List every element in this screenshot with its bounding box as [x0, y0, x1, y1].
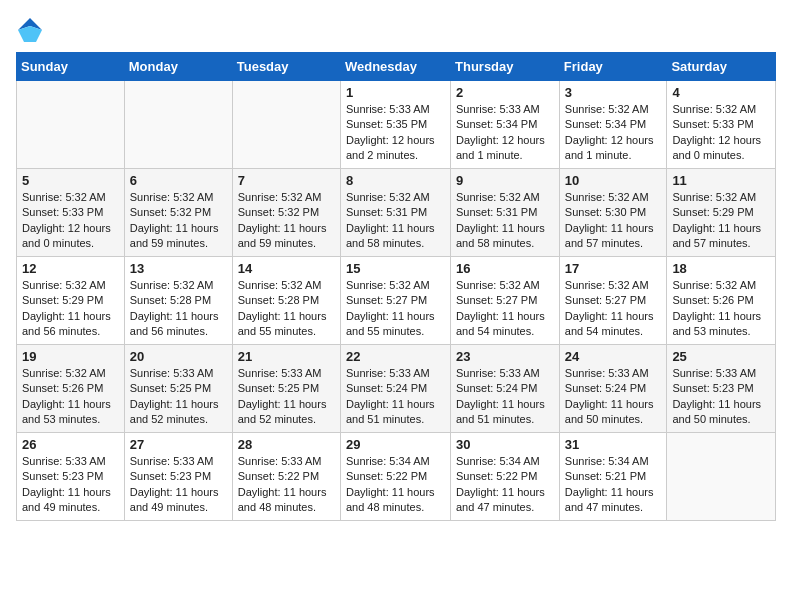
day-number: 16: [456, 261, 554, 276]
calendar-cell: 14Sunrise: 5:32 AM Sunset: 5:28 PM Dayli…: [232, 257, 340, 345]
day-number: 11: [672, 173, 770, 188]
calendar-cell: [667, 433, 776, 521]
calendar-cell: 13Sunrise: 5:32 AM Sunset: 5:28 PM Dayli…: [124, 257, 232, 345]
calendar-cell: 15Sunrise: 5:32 AM Sunset: 5:27 PM Dayli…: [340, 257, 450, 345]
day-info: Sunrise: 5:33 AM Sunset: 5:25 PM Dayligh…: [130, 366, 227, 428]
calendar-cell: 12Sunrise: 5:32 AM Sunset: 5:29 PM Dayli…: [17, 257, 125, 345]
calendar-cell: 25Sunrise: 5:33 AM Sunset: 5:23 PM Dayli…: [667, 345, 776, 433]
calendar-cell: 29Sunrise: 5:34 AM Sunset: 5:22 PM Dayli…: [340, 433, 450, 521]
day-number: 21: [238, 349, 335, 364]
day-info: Sunrise: 5:32 AM Sunset: 5:33 PM Dayligh…: [22, 190, 119, 252]
day-info: Sunrise: 5:32 AM Sunset: 5:28 PM Dayligh…: [238, 278, 335, 340]
calendar-cell: [17, 81, 125, 169]
day-number: 2: [456, 85, 554, 100]
day-number: 7: [238, 173, 335, 188]
weekday-header: Sunday: [17, 53, 125, 81]
day-number: 8: [346, 173, 445, 188]
calendar-cell: 6Sunrise: 5:32 AM Sunset: 5:32 PM Daylig…: [124, 169, 232, 257]
day-info: Sunrise: 5:32 AM Sunset: 5:31 PM Dayligh…: [456, 190, 554, 252]
calendar-cell: 16Sunrise: 5:32 AM Sunset: 5:27 PM Dayli…: [451, 257, 560, 345]
day-info: Sunrise: 5:32 AM Sunset: 5:28 PM Dayligh…: [130, 278, 227, 340]
calendar-cell: 26Sunrise: 5:33 AM Sunset: 5:23 PM Dayli…: [17, 433, 125, 521]
day-number: 31: [565, 437, 662, 452]
day-number: 27: [130, 437, 227, 452]
day-number: 12: [22, 261, 119, 276]
day-number: 6: [130, 173, 227, 188]
day-info: Sunrise: 5:33 AM Sunset: 5:24 PM Dayligh…: [565, 366, 662, 428]
calendar-cell: 18Sunrise: 5:32 AM Sunset: 5:26 PM Dayli…: [667, 257, 776, 345]
day-number: 18: [672, 261, 770, 276]
day-info: Sunrise: 5:33 AM Sunset: 5:24 PM Dayligh…: [346, 366, 445, 428]
calendar-cell: 21Sunrise: 5:33 AM Sunset: 5:25 PM Dayli…: [232, 345, 340, 433]
weekday-header: Tuesday: [232, 53, 340, 81]
day-info: Sunrise: 5:34 AM Sunset: 5:22 PM Dayligh…: [456, 454, 554, 516]
day-info: Sunrise: 5:32 AM Sunset: 5:32 PM Dayligh…: [130, 190, 227, 252]
calendar-cell: 30Sunrise: 5:34 AM Sunset: 5:22 PM Dayli…: [451, 433, 560, 521]
day-info: Sunrise: 5:32 AM Sunset: 5:29 PM Dayligh…: [672, 190, 770, 252]
day-number: 1: [346, 85, 445, 100]
calendar-cell: [124, 81, 232, 169]
calendar-header: SundayMondayTuesdayWednesdayThursdayFrid…: [17, 53, 776, 81]
day-info: Sunrise: 5:32 AM Sunset: 5:34 PM Dayligh…: [565, 102, 662, 164]
day-number: 28: [238, 437, 335, 452]
calendar-cell: 3Sunrise: 5:32 AM Sunset: 5:34 PM Daylig…: [559, 81, 667, 169]
calendar-cell: 7Sunrise: 5:32 AM Sunset: 5:32 PM Daylig…: [232, 169, 340, 257]
day-info: Sunrise: 5:32 AM Sunset: 5:26 PM Dayligh…: [22, 366, 119, 428]
calendar-cell: 27Sunrise: 5:33 AM Sunset: 5:23 PM Dayli…: [124, 433, 232, 521]
calendar-cell: 31Sunrise: 5:34 AM Sunset: 5:21 PM Dayli…: [559, 433, 667, 521]
day-info: Sunrise: 5:34 AM Sunset: 5:22 PM Dayligh…: [346, 454, 445, 516]
calendar-table: SundayMondayTuesdayWednesdayThursdayFrid…: [16, 52, 776, 521]
day-number: 23: [456, 349, 554, 364]
page-header: [16, 16, 776, 44]
day-number: 25: [672, 349, 770, 364]
day-number: 17: [565, 261, 662, 276]
calendar-cell: 19Sunrise: 5:32 AM Sunset: 5:26 PM Dayli…: [17, 345, 125, 433]
calendar-cell: 24Sunrise: 5:33 AM Sunset: 5:24 PM Dayli…: [559, 345, 667, 433]
day-info: Sunrise: 5:32 AM Sunset: 5:32 PM Dayligh…: [238, 190, 335, 252]
day-info: Sunrise: 5:33 AM Sunset: 5:25 PM Dayligh…: [238, 366, 335, 428]
calendar-cell: 2Sunrise: 5:33 AM Sunset: 5:34 PM Daylig…: [451, 81, 560, 169]
weekday-header: Thursday: [451, 53, 560, 81]
day-info: Sunrise: 5:33 AM Sunset: 5:23 PM Dayligh…: [672, 366, 770, 428]
day-info: Sunrise: 5:34 AM Sunset: 5:21 PM Dayligh…: [565, 454, 662, 516]
day-number: 19: [22, 349, 119, 364]
calendar-cell: 20Sunrise: 5:33 AM Sunset: 5:25 PM Dayli…: [124, 345, 232, 433]
weekday-header: Friday: [559, 53, 667, 81]
calendar-cell: 1Sunrise: 5:33 AM Sunset: 5:35 PM Daylig…: [340, 81, 450, 169]
calendar-cell: 10Sunrise: 5:32 AM Sunset: 5:30 PM Dayli…: [559, 169, 667, 257]
day-number: 10: [565, 173, 662, 188]
calendar-cell: 23Sunrise: 5:33 AM Sunset: 5:24 PM Dayli…: [451, 345, 560, 433]
logo: [16, 16, 46, 44]
day-number: 22: [346, 349, 445, 364]
calendar-cell: 8Sunrise: 5:32 AM Sunset: 5:31 PM Daylig…: [340, 169, 450, 257]
day-number: 4: [672, 85, 770, 100]
day-info: Sunrise: 5:33 AM Sunset: 5:23 PM Dayligh…: [22, 454, 119, 516]
day-number: 24: [565, 349, 662, 364]
calendar-cell: 4Sunrise: 5:32 AM Sunset: 5:33 PM Daylig…: [667, 81, 776, 169]
day-number: 20: [130, 349, 227, 364]
day-info: Sunrise: 5:32 AM Sunset: 5:27 PM Dayligh…: [346, 278, 445, 340]
calendar-cell: 22Sunrise: 5:33 AM Sunset: 5:24 PM Dayli…: [340, 345, 450, 433]
day-info: Sunrise: 5:33 AM Sunset: 5:24 PM Dayligh…: [456, 366, 554, 428]
day-info: Sunrise: 5:33 AM Sunset: 5:35 PM Dayligh…: [346, 102, 445, 164]
weekday-header: Monday: [124, 53, 232, 81]
day-info: Sunrise: 5:32 AM Sunset: 5:31 PM Dayligh…: [346, 190, 445, 252]
day-info: Sunrise: 5:32 AM Sunset: 5:27 PM Dayligh…: [565, 278, 662, 340]
logo-icon: [16, 16, 44, 44]
calendar-cell: [232, 81, 340, 169]
day-number: 3: [565, 85, 662, 100]
day-number: 15: [346, 261, 445, 276]
day-number: 14: [238, 261, 335, 276]
weekday-header: Saturday: [667, 53, 776, 81]
day-number: 5: [22, 173, 119, 188]
day-info: Sunrise: 5:33 AM Sunset: 5:23 PM Dayligh…: [130, 454, 227, 516]
day-number: 26: [22, 437, 119, 452]
day-info: Sunrise: 5:33 AM Sunset: 5:22 PM Dayligh…: [238, 454, 335, 516]
calendar-cell: 17Sunrise: 5:32 AM Sunset: 5:27 PM Dayli…: [559, 257, 667, 345]
day-number: 29: [346, 437, 445, 452]
day-number: 13: [130, 261, 227, 276]
day-info: Sunrise: 5:32 AM Sunset: 5:29 PM Dayligh…: [22, 278, 119, 340]
day-info: Sunrise: 5:32 AM Sunset: 5:33 PM Dayligh…: [672, 102, 770, 164]
day-info: Sunrise: 5:32 AM Sunset: 5:30 PM Dayligh…: [565, 190, 662, 252]
calendar-cell: 5Sunrise: 5:32 AM Sunset: 5:33 PM Daylig…: [17, 169, 125, 257]
